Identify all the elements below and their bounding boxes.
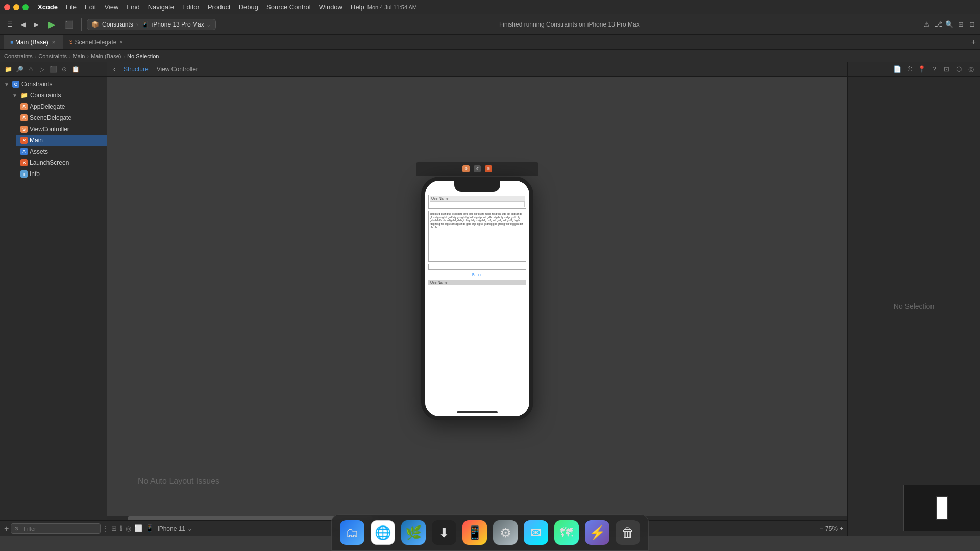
menu-editor[interactable]: Editor [179,2,203,12]
search-icon[interactable]: 🔍 [945,20,953,29]
sidebar-toggle-button[interactable]: ☰ [4,19,16,30]
info-icon[interactable]: ℹ [120,524,122,532]
breadcrumb-main-base[interactable]: Main (Base) [91,53,121,59]
menu-debug[interactable]: Debug [236,2,261,12]
inspector-connect-icon[interactable]: ◎ [966,64,976,74]
menu-window[interactable]: Window [316,2,346,12]
menu-find[interactable]: Find [124,2,142,12]
menu-edit[interactable]: Edit [82,2,99,12]
device-toolbar-icon1[interactable]: ⚙ [462,165,470,172]
nav-item-info[interactable]: i Info [16,168,107,180]
menu-navigate[interactable]: Navigate [145,2,177,12]
inspector-icon[interactable]: ⊡ [968,20,976,29]
app-button[interactable]: Button [428,272,526,278]
breakpoint-nav-icon[interactable]: ⊙ [60,65,68,73]
dock-mail[interactable]: ✉ [524,520,548,545]
tab-close-button[interactable]: ✕ [51,39,57,45]
nav-item-viewcontroller[interactable]: S ViewController [16,123,107,135]
dock-trash[interactable]: 🗑 [616,520,640,545]
nav-item-appdelegate[interactable]: S AppDelegate [16,101,107,112]
inspector-location-icon[interactable]: 📍 [917,64,927,74]
breadcrumb-main[interactable]: Main [73,53,85,59]
window-icon[interactable]: ⬜ [134,524,142,532]
filter-input[interactable] [20,523,97,534]
menu-file[interactable]: File [63,2,80,12]
environment-icon[interactable]: ⊞ [957,20,965,29]
warning-icon[interactable]: ⚠ [923,20,931,29]
structure-btn[interactable]: Structure [121,65,151,74]
nav-group-constraints[interactable]: ▼ C Constraints [0,79,107,90]
dock-icons2[interactable]: 📱 [462,520,487,545]
inspector-content: No Selection [848,77,980,536]
device-selector[interactable]: iPhone 11 ⌄ [158,525,192,532]
menu-view[interactable]: View [101,2,121,12]
nav-main-label: Main [30,137,43,144]
dock-instruments[interactable]: ⚡ [585,520,609,545]
view-controller-btn[interactable]: View Controller [155,65,200,74]
tab-main-base[interactable]: ■ Main (Base) ✕ [4,35,63,49]
run-button[interactable]: ▶ [44,17,59,32]
small-input[interactable] [428,264,526,270]
dock-finder[interactable]: 🗂 [340,520,364,545]
scheme-selector[interactable]: 📦 Constraints › 📱 iPhone 13 Pro Max ⌄ [87,19,216,30]
username-input[interactable] [430,201,525,207]
inspector-history-icon[interactable]: ⏱ [904,64,915,74]
add-nav-item-button[interactable]: + [4,524,9,533]
inspector-file-icon[interactable]: 📄 [892,64,902,74]
issue-nav-icon[interactable]: ⚠ [27,65,35,73]
menu-source-control[interactable]: Source Control [263,2,314,12]
inspector-size-icon[interactable]: ⬡ [953,64,964,74]
phone-icon[interactable]: 📱 [145,524,154,532]
back-btn[interactable]: ‹ [111,65,117,74]
inspector-attr-icon[interactable]: ⊡ [941,64,951,74]
swift-file-icon: S [20,103,28,110]
rotate-icon: ↺ [476,167,479,171]
zoom-out-button[interactable]: − [820,525,823,532]
git-icon[interactable]: ⎇ [934,20,942,29]
dock-settings[interactable]: ⚙ [493,520,518,545]
inspector: 📄 ⏱ 📍 ? ⊡ ⬡ ◎ No Selection [847,62,980,536]
scheme-sep: › [136,21,138,28]
nav-item-launchscreen[interactable]: ✕ LaunchScreen [16,157,107,168]
breadcrumb-constraints2[interactable]: Constraints [38,53,67,59]
nav-item-assets[interactable]: A Assets [16,146,107,157]
dock-sourcetree[interactable]: 🌿 [401,520,426,545]
menu-help[interactable]: Help [348,2,368,12]
close-button[interactable] [4,4,10,10]
text-area[interactable]: sdfg dsfg dsgf dfsg dsfg dsfg dsfg dsfg … [428,211,526,262]
bottom-icons: ⊞ ℹ ◎ ⬜ 📱 [111,524,154,532]
dock-maps[interactable]: 🗺 [554,520,579,545]
breadcrumb-constraints[interactable]: Constraints [4,53,33,59]
nav-group-constraints-sub[interactable]: ▼ 📁 Constraints [8,90,107,101]
report-nav-icon[interactable]: 📋 [71,65,80,73]
tab-scene-close-button[interactable]: ✕ [118,39,125,45]
fullscreen-button[interactable] [22,4,29,10]
tab-add-button[interactable]: + [971,38,976,47]
zoom-in-button[interactable]: + [840,525,843,532]
test-nav-icon[interactable]: ▷ [38,65,46,73]
filter-options-icon[interactable]: ⋮ [103,525,107,532]
history-forward-button[interactable]: ▶ [31,19,41,30]
location-icon[interactable]: ◎ [126,524,131,532]
assets-icon: A [20,148,28,155]
dock-chrome[interactable]: 🌐 [371,520,395,545]
stop-button[interactable]: ⬛ [62,17,76,32]
no-selection-label: No Selection [894,302,934,310]
layout-toggle-icon[interactable]: ⊞ [111,524,117,532]
source-nav-icon[interactable]: 🔎 [15,65,23,73]
project-nav-icon[interactable]: 📁 [4,65,12,73]
dock-transloader[interactable]: ⬇ [432,520,456,545]
debug-nav-icon[interactable]: ⬛ [49,65,57,73]
menu-product[interactable]: Product [205,2,234,12]
storyboard-canvas[interactable]: No Auto Layout Issues ▶ ⚙ ↺ [107,77,847,516]
tab-scene-delegate[interactable]: S SceneDelegate ✕ [63,35,132,49]
device-toolbar-icon3[interactable]: ⊞ [485,165,492,172]
minimize-button[interactable] [13,4,19,10]
nav-item-main[interactable]: ✕ Main [16,135,107,146]
iphone-screen: UserName sdfg dsfg dsgf dfsg dsfg dsfg d… [425,181,529,416]
device-toolbar-icon2[interactable]: ↺ [474,165,481,172]
history-back-button[interactable]: ◀ [18,19,29,30]
nav-item-scenedelegate[interactable]: S SceneDelegate [16,112,107,123]
traffic-lights [4,4,29,10]
inspector-help-icon[interactable]: ? [929,64,939,74]
